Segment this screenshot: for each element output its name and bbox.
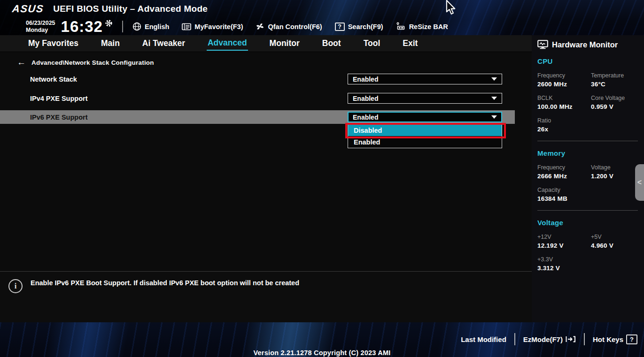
- setting-row-ipv6-pxe[interactable]: IPv6 PXE Support Enabled: [0, 110, 515, 124]
- section-divider: [537, 210, 638, 211]
- back-arrow-icon[interactable]: ←: [17, 57, 26, 68]
- divider: [122, 21, 123, 32]
- metric-memory-voltage: Voltage 1.200 V: [591, 164, 638, 180]
- metric-value: 36°C: [591, 81, 638, 88]
- option-disabled[interactable]: Disabled: [348, 124, 502, 136]
- metric-cpu-temperature: Temperature 36°C: [591, 72, 638, 88]
- metric-label: Voltage: [591, 164, 638, 171]
- qfan-control-button[interactable]: Qfan Control(F6): [256, 22, 322, 31]
- hardware-monitor-panel: Hardware Monitor CPU Frequency 2600 MHz …: [532, 35, 644, 322]
- metric-value: 3.312 V: [537, 265, 591, 272]
- enter-arrow-icon: [566, 335, 576, 343]
- metric-cpu-frequency: Frequency 2600 MHz: [537, 72, 591, 88]
- myfavorite-label: MyFavorite(F3): [194, 23, 243, 30]
- metric-12v: +12V 12.192 V: [537, 234, 591, 249]
- header: ASUS UEFI BIOS Utility – Advanced Mode 0…: [0, 0, 644, 35]
- last-modified-button[interactable]: Last Modified: [461, 335, 506, 343]
- cpu-metrics: Frequency 2600 MHz Temperature 36°C BCLK…: [537, 72, 638, 140]
- title-bar: ASUS UEFI BIOS Utility – Advanced Mode: [0, 0, 644, 18]
- sidebar-collapse-handle[interactable]: <: [635, 164, 644, 201]
- dropdown-caret-icon: [491, 115, 497, 119]
- divider: [584, 333, 585, 345]
- breadcrumb: ← Advanced\Network Stack Configuration: [17, 57, 154, 68]
- tab-boot[interactable]: Boot: [321, 37, 342, 50]
- date-block[interactable]: 06/23/2025 Monday: [26, 20, 55, 33]
- date-text: 06/23/2025: [26, 20, 55, 26]
- metric-label: Capacity: [537, 187, 591, 193]
- help-info-bar: i Enable IPv6 PXE Boot Support. If disab…: [0, 271, 532, 322]
- hot-keys-label: Hot Keys: [593, 335, 623, 343]
- day-text: Monday: [26, 27, 55, 33]
- tab-tool[interactable]: Tool: [363, 37, 381, 50]
- hardware-monitor-title: Hardware Monitor: [552, 40, 618, 49]
- breadcrumb-path: Advanced\Network Stack Configuration: [31, 59, 154, 66]
- tab-main[interactable]: Main: [100, 37, 121, 50]
- setting-row-ipv4-pxe[interactable]: IPv4 PXE Support Enabled: [0, 91, 515, 105]
- ez-mode-button[interactable]: EzMode(F7): [523, 335, 576, 343]
- metric-label: Frequency: [537, 72, 591, 79]
- search-button[interactable]: ? Search(F9): [335, 23, 383, 31]
- memory-section-heading: Memory: [537, 149, 638, 157]
- tab-ai-tweaker[interactable]: Ai Tweaker: [141, 37, 186, 50]
- metric-value: 26x: [537, 126, 591, 133]
- myfavorite-button[interactable]: MyFavorite(F3): [182, 23, 243, 30]
- network-stack-select[interactable]: Enabled: [348, 74, 502, 84]
- ipv4-pxe-select[interactable]: Enabled: [348, 93, 502, 104]
- resize-bar-label: ReSize BAR: [409, 23, 448, 30]
- metric-value: 2600 MHz: [537, 81, 591, 88]
- metric-label: Core Voltage: [591, 95, 638, 101]
- footer-actions: Last Modified EzMode(F7) Hot Keys ?: [461, 333, 637, 345]
- gpu-card-icon: [396, 22, 406, 31]
- tab-advanced[interactable]: Advanced: [207, 36, 248, 51]
- metric-memory-frequency: Frequency 2666 MHz: [537, 164, 591, 180]
- footer: Last Modified EzMode(F7) Hot Keys ? Vers…: [0, 322, 644, 357]
- tab-exit[interactable]: Exit: [402, 37, 419, 50]
- metric-value: 16384 MB: [537, 195, 591, 202]
- app-title: UEFI BIOS Utility – Advanced Mode: [53, 4, 208, 14]
- dropdown-caret-icon: [491, 77, 497, 81]
- metric-cpu-ratio: Ratio 26x: [537, 117, 591, 133]
- metric-value: 12.192 V: [537, 242, 591, 249]
- search-label: Search(F9): [348, 23, 383, 30]
- metric-label: +12V: [537, 234, 591, 240]
- setting-row-network-stack[interactable]: Network Stack Enabled: [0, 72, 515, 86]
- metric-label: +5V: [591, 234, 638, 240]
- cpu-section-heading: CPU: [537, 57, 638, 65]
- hardware-monitor-header: Hardware Monitor: [537, 40, 638, 49]
- metric-3-3v: +3.3V 3.312 V: [537, 256, 591, 272]
- monitor-icon: [537, 40, 548, 49]
- metric-cpu-core-voltage: Core Voltage 0.959 V: [591, 95, 638, 110]
- metric-5v: +5V 4.960 V: [591, 234, 638, 249]
- resize-bar-button[interactable]: ReSize BAR: [396, 22, 448, 31]
- tab-my-favorites[interactable]: My Favorites: [27, 37, 79, 50]
- last-modified-label: Last Modified: [461, 335, 506, 343]
- qfan-label: Qfan Control(F6): [268, 23, 322, 30]
- metric-label: +3.3V: [537, 256, 591, 263]
- clock-settings-gear-icon[interactable]: [105, 19, 113, 27]
- selected-value: Enabled: [353, 76, 378, 83]
- tab-monitor[interactable]: Monitor: [269, 37, 301, 50]
- globe-icon: [132, 22, 141, 31]
- metric-value: 1.200 V: [591, 173, 638, 180]
- question-box-icon: ?: [335, 23, 345, 31]
- settings-panel: ← Advanced\Network Stack Configuration N…: [0, 52, 532, 271]
- help-text: Enable IPv6 PXE Boot Support. If disable…: [31, 279, 299, 287]
- asus-logo: ASUS: [12, 3, 45, 15]
- language-button[interactable]: English: [132, 22, 169, 31]
- setting-label: IPv4 PXE Support: [0, 95, 87, 102]
- clock[interactable]: 16:32: [61, 18, 103, 36]
- ipv6-pxe-select[interactable]: Enabled: [348, 112, 502, 122]
- hot-keys-button[interactable]: Hot Keys ?: [593, 334, 637, 344]
- version-text: Version 2.21.1278 Copyright (C) 2023 AMI: [0, 349, 644, 357]
- setting-label: IPv6 PXE Support: [0, 114, 87, 121]
- metric-cpu-bclk: BCLK 100.00 MHz: [537, 95, 591, 110]
- metric-label: Frequency: [537, 164, 591, 171]
- ez-mode-label: EzMode(F7): [523, 335, 563, 343]
- memory-metrics: Frequency 2666 MHz Voltage 1.200 V Capac…: [537, 164, 638, 209]
- metric-value: 4.960 V: [591, 242, 638, 249]
- mouse-cursor: [445, 0, 457, 15]
- option-enabled[interactable]: Enabled: [348, 136, 502, 148]
- voltage-section-heading: Voltage: [537, 219, 638, 227]
- utility-bar: 06/23/2025 Monday 16:32 English MyFavori…: [0, 18, 644, 35]
- info-icon: i: [8, 279, 23, 293]
